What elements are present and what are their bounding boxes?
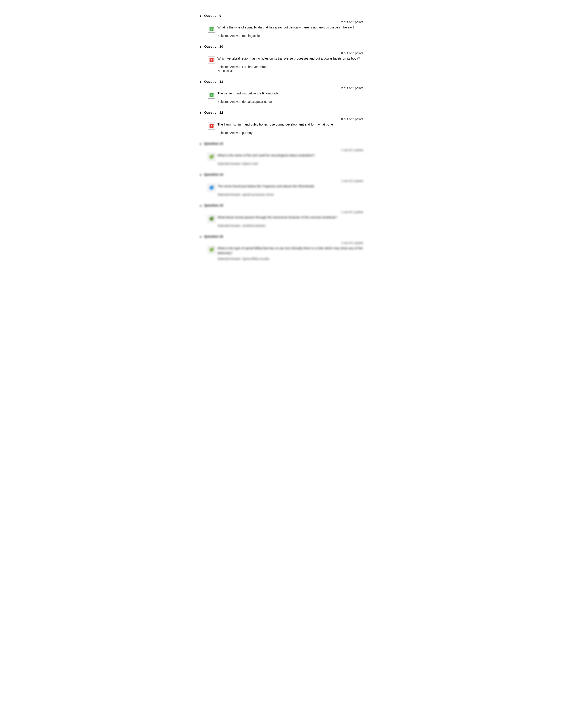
question-16-title: Question 16	[204, 234, 223, 239]
question-9-icon-box: ✎ ✔	[208, 25, 215, 33]
question-11-icon-box: ✎ ✔	[208, 91, 215, 99]
question-16-answer-value: Spina bifida occulta	[242, 257, 269, 261]
question-12-text: The Ilium, Ischium and pubic bones fuse …	[217, 122, 363, 127]
question-9-answer: Selected Answer: meningocele	[217, 34, 363, 38]
question-11-row: ✎ ✔ The nerve found just below the Rhomb…	[208, 91, 363, 99]
question-16-row: ✎ What is the type of spinal bifida that…	[208, 246, 363, 256]
question-10-block: • Question 10 0 out of 2 points ✎ ✘ Whic…	[200, 44, 363, 72]
question-15-row: ✎ What blood vessel passes through the t…	[208, 215, 363, 223]
pencil-icon-9: ✎	[212, 26, 214, 29]
question-15-icon-box: ✎	[208, 215, 215, 223]
question-16-text: What is the type of spinal bifida that h…	[217, 246, 363, 256]
question-13-points: 1 out of 1 points	[200, 148, 363, 152]
question-13-title: Question 13	[204, 141, 223, 146]
question-13-header: • Question 13	[200, 141, 363, 147]
pencil-icon-12: ✎	[212, 123, 214, 126]
question-9-answer-label: Selected Answer:	[217, 34, 241, 38]
question-15-title: Question 15	[204, 203, 223, 208]
question-14-icon-box: ✎	[208, 184, 215, 191]
question-14-body: ✎ The nerve found just below the Trapezi…	[208, 184, 363, 196]
question-12-icon-box: ✎ ✘	[208, 122, 215, 130]
question-10-text: Which vertebral region has no holes on i…	[217, 56, 363, 61]
question-15-block: • Question 15 1 out of 1 points ✎ What b…	[200, 203, 363, 227]
question-14-row: ✎ The nerve found just below the Trapezi…	[208, 184, 363, 191]
question-14-answer-label: Selected Answer:	[217, 193, 241, 196]
question-10-title: Question 10	[204, 44, 223, 49]
question-10-points: 0 out of 2 points	[200, 51, 363, 55]
question-9-points: 2 out of 2 points	[200, 20, 363, 24]
question-16-body: ✎ What is the type of spinal bifida that…	[208, 246, 363, 261]
question-15-answer: Selected Answer: vertebral arteries	[217, 224, 363, 227]
question-16-header: • Question 16	[200, 234, 363, 240]
question-12-answer: Selected Answer: puberty	[217, 131, 363, 135]
question-13-row: ✎ What is the name of the tool used for …	[208, 153, 363, 161]
question-16-answer-label: Selected Answer:	[217, 257, 241, 261]
pencil-icon-11: ✎	[212, 92, 214, 95]
question-12-points: 0 out of 2 points	[200, 117, 363, 121]
bullet-16: •	[200, 234, 201, 240]
question-10-answer-label: Selected Answer:	[217, 65, 241, 69]
pencil-icon-14: ✎	[212, 185, 214, 188]
question-14-header: • Question 14	[200, 172, 363, 178]
question-14-answer-value: spinal accessory nerve	[242, 193, 273, 196]
question-15-points: 1 out of 1 points	[200, 210, 363, 214]
question-13-icon-box: ✎	[208, 153, 215, 161]
question-14-text: The nerve found just below the Trapezius…	[217, 184, 363, 189]
question-12-answer-label: Selected Answer:	[217, 131, 241, 135]
question-16-icon-box: ✎	[208, 246, 215, 253]
question-11-header: • Question 11	[200, 79, 363, 85]
question-11-text: The nerve found just below the Rhomboids	[217, 91, 363, 96]
question-14-answer: Selected Answer: spinal accessory nerve	[217, 193, 363, 196]
bullet-10: •	[200, 44, 201, 50]
pencil-icon-16: ✎	[212, 247, 214, 250]
question-10-icon-box: ✎ ✘	[208, 56, 215, 64]
question-11-body: ✎ ✔ The nerve found just below the Rhomb…	[208, 91, 363, 103]
question-13-answer: Selected Answer: Adam's test	[217, 162, 363, 165]
question-10-answer-value: Lumbar vertebrae	[242, 65, 267, 69]
question-16-points: 1 out of 1 points	[200, 241, 363, 245]
pencil-icon-10: ✎	[212, 57, 214, 60]
question-11-points: 2 out of 2 points	[200, 86, 363, 90]
question-13-block: • Question 13 1 out of 1 points ✎ What i…	[200, 141, 363, 165]
question-13-answer-value: Adam's test	[242, 162, 258, 165]
question-12-answer-value: puberty	[242, 131, 252, 135]
question-15-answer-value: vertebral arteries	[242, 224, 265, 227]
bullet-14: •	[200, 172, 201, 178]
bullet-11: •	[200, 79, 201, 85]
question-12-body: ✎ ✘ The Ilium, Ischium and pubic bones f…	[208, 122, 363, 135]
question-11-block: • Question 11 2 out of 2 points ✎ ✔ The …	[200, 79, 363, 103]
question-10-answer: Selected Answer: Lumbar vertebrae	[217, 65, 363, 69]
question-10-body: ✎ ✘ Which vertebral region has no holes …	[208, 56, 363, 73]
question-12-title: Question 12	[204, 110, 223, 115]
question-11-answer-value: dorsal scapular nerve	[242, 100, 272, 103]
pencil-icon-13: ✎	[212, 154, 214, 157]
question-15-header: • Question 15	[200, 203, 363, 209]
question-14-title: Question 14	[204, 172, 223, 177]
question-16-block: • Question 16 1 out of 1 points ✎ What i…	[200, 234, 363, 261]
bullet-9: •	[200, 13, 201, 19]
question-16-answer: Selected Answer: Spina bifida occulta	[217, 257, 363, 261]
question-9-text: What is the type of spinal bifida that h…	[217, 25, 363, 30]
question-10-not-correct: Not coccyx	[217, 69, 363, 73]
question-14-points: 1 out of 1 points	[200, 179, 363, 183]
question-15-text: What blood vessel passes through the tra…	[217, 215, 363, 220]
question-13-text: What is the name of the tool used for ne…	[217, 153, 363, 158]
question-12-row: ✎ ✘ The Ilium, Ischium and pubic bones f…	[208, 122, 363, 130]
question-9-body: ✎ ✔ What is the type of spinal bifida th…	[208, 25, 363, 38]
question-12-block: • Question 12 0 out of 2 points ✎ ✘ The …	[200, 110, 363, 134]
question-14-block: • Question 14 1 out of 1 points ✎ The ne…	[200, 172, 363, 196]
question-9-title: Question 9	[204, 13, 221, 18]
question-11-answer: Selected Answer: dorsal scapular nerve	[217, 100, 363, 103]
question-9-header: • Question 9	[200, 13, 363, 19]
question-10-row: ✎ ✘ Which vertebral region has no holes …	[208, 56, 363, 64]
question-10-header: • Question 10	[200, 44, 363, 50]
bullet-12: •	[200, 110, 201, 116]
question-9-row: ✎ ✔ What is the type of spinal bifida th…	[208, 25, 363, 33]
question-15-body: ✎ What blood vessel passes through the t…	[208, 215, 363, 227]
question-13-body: ✎ What is the name of the tool used for …	[208, 153, 363, 165]
bullet-13: •	[200, 141, 201, 147]
bullet-15: •	[200, 203, 201, 209]
question-12-header: • Question 12	[200, 110, 363, 116]
question-11-title: Question 11	[204, 79, 223, 84]
question-9-block: • Question 9 2 out of 2 points ✎ ✔ What …	[200, 13, 363, 38]
